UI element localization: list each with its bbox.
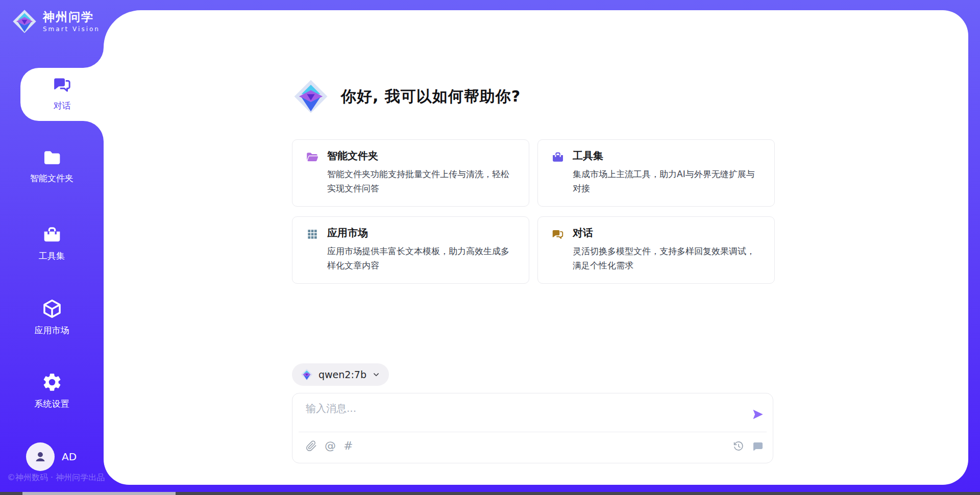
hash-icon[interactable]: # [344,440,353,452]
brand: 神州问学 Smart Vision [11,8,104,35]
greeting-title: 你好, 我可以如何帮助你? [341,86,521,107]
brand-name: 神州问学 [43,10,94,23]
sidebar-item-app-market[interactable]: 应用市场 [0,298,104,336]
user-initials: AD [62,451,77,463]
history-icon[interactable] [733,441,744,452]
card-title: 智能文件夹 [327,148,517,163]
at-mention-icon[interactable]: @ [325,440,336,452]
model-name: qwen2:7b [318,369,366,380]
model-selector[interactable]: qwen2:7b [292,363,389,386]
send-button[interactable] [751,408,765,421]
composer-divider [299,432,767,432]
card-description: 应用市场提供丰富长文本模板，助力高效生成多样化文章内容 [327,244,517,273]
folder-icon [42,148,62,167]
sidebar-item-settings[interactable]: 系统设置 [0,372,104,410]
horizontal-scrollbar[interactable] [0,492,980,495]
avatar [26,442,55,471]
gear-icon [41,372,63,393]
sidebar-item-label: 智能文件夹 [0,172,104,184]
card-app-market[interactable]: 应用市场 应用市场提供丰富长文本模板，助力高效生成多样化文章内容 [292,216,529,284]
message-composer: @ # [292,393,773,463]
user-profile[interactable]: AD [26,442,77,471]
card-description: 集成市场上主流工具，助力AI与外界无缝扩展与对接 [573,167,762,195]
card-title: 对话 [573,226,762,240]
composer-tools-right [733,440,764,453]
folder-open-icon [306,151,319,164]
grid-icon [306,228,319,241]
copyright-footer: ©神州数码 · 神州问学出品 [7,473,105,483]
message-input[interactable] [305,401,725,429]
card-description: 智能文件夹功能支持批量文件上传与清洗，轻松实现文件问答 [327,167,517,195]
scrollbar-thumb[interactable] [22,492,176,495]
sidebar-item-label: 系统设置 [0,398,104,410]
chat-icon [52,75,72,95]
assistant-logo-icon [292,78,330,115]
feedback-chat-icon[interactable] [751,440,764,453]
toolbox-icon [551,151,565,164]
card-smart-folder[interactable]: 智能文件夹 智能文件夹功能支持批量文件上传与清洗，轻松实现文件问答 [292,139,529,207]
sidebar-item-label: 应用市场 [0,325,104,336]
cube-icon [41,298,63,319]
card-toolset[interactable]: 工具集 集成市场上主流工具，助力AI与外界无缝扩展与对接 [537,139,775,207]
card-title: 工具集 [573,148,762,163]
card-title: 应用市场 [327,226,517,240]
chevron-down-icon [372,370,381,379]
toolbox-icon [42,225,62,245]
sidebar-item-smart-folder[interactable]: 智能文件夹 [0,148,104,184]
card-chat[interactable]: 对话 灵活切换多模型文件，支持多样回复效果调试，满足个性化需求 [537,216,775,284]
model-logo-icon [300,368,313,381]
brand-subtitle: Smart Vision [43,26,100,33]
card-description: 灵活切换多模型文件，支持多样回复效果调试，满足个性化需求 [573,244,762,273]
sidebar: 神州问学 Smart Vision 对话 智能文件夹 工具集 应用市场 系统设置 [0,0,104,495]
paperclip-icon[interactable] [306,440,317,452]
chat-icon [551,228,565,241]
sidebar-item-label: 工具集 [0,250,104,262]
feature-cards: 智能文件夹 智能文件夹功能支持批量文件上传与清洗，轻松实现文件问答 工具集 集成… [292,139,775,284]
sidebar-item-label: 对话 [20,100,104,112]
brand-logo-icon [11,8,38,35]
composer-tools: @ # [306,440,353,452]
greeting: 你好, 我可以如何帮助你? [292,77,521,116]
sidebar-item-chat[interactable]: 对话 [20,68,104,121]
sidebar-item-toolset[interactable]: 工具集 [0,225,104,262]
